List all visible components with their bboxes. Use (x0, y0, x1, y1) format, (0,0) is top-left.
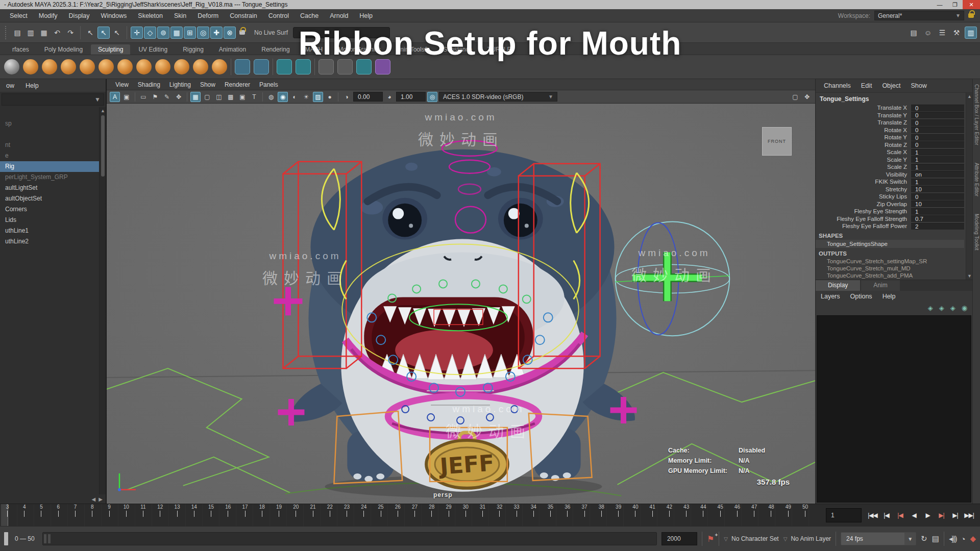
menubar-item[interactable]: Help (354, 12, 378, 19)
timeline-tick[interactable]: 19 (271, 504, 288, 517)
layer-editor-menu-item[interactable]: Help (883, 293, 896, 300)
timeline-tick[interactable]: 40 (627, 504, 644, 517)
pencil-icon[interactable]: ✎ (162, 92, 172, 102)
shelf-tab[interactable]: Rendering (254, 44, 297, 55)
timeline-tick[interactable]: 5 (33, 504, 50, 517)
play-forwards-button[interactable]: ▶ (921, 507, 935, 523)
attribute-value-field[interactable]: 1 (911, 179, 964, 185)
outliner-item[interactable]: uthLine2 (0, 236, 106, 247)
snap-grid-icon[interactable]: ✛ (131, 27, 143, 39)
timeline-tick[interactable]: 15 (203, 504, 220, 517)
snap-curve-icon[interactable]: ◇ (144, 27, 156, 39)
attribute-value-field[interactable]: 10 (911, 186, 964, 192)
resolution-gate-icon[interactable]: ◫ (214, 92, 224, 102)
relax-brush-icon[interactable] (61, 59, 76, 74)
flatten-brush-icon[interactable] (117, 59, 133, 74)
timeline-tick[interactable]: 31 (474, 504, 492, 517)
foamy-brush-icon[interactable] (136, 59, 152, 74)
outliner-scrollbar[interactable]: ▲ (99, 107, 106, 494)
outliner-item[interactable]: Rig (0, 161, 106, 172)
shelf-tab[interactable]: Sculpting (91, 44, 130, 55)
snap-view-plane-icon[interactable]: ⊞ (184, 27, 196, 39)
attribute-value-field[interactable]: 0 (911, 127, 964, 133)
outliner-nav-arrows[interactable]: ◀▶ (0, 494, 106, 504)
attribute-value-field[interactable]: 1 (911, 149, 964, 156)
attribute-value-field[interactable]: 0 (911, 134, 964, 141)
timeline-tick[interactable]: 35 (542, 504, 559, 517)
pinch-brush-icon[interactable] (99, 59, 114, 74)
sculpt-brush-icon[interactable] (23, 59, 38, 74)
grab-brush-icon[interactable] (80, 59, 95, 74)
minimize-button[interactable]: — (932, 0, 947, 9)
timeline-tick[interactable]: 47 (746, 504, 763, 517)
step-back-key-button[interactable]: |◀ (893, 507, 907, 523)
outliner-item[interactable]: uthLine1 (0, 226, 106, 236)
channelbox-menu-item[interactable]: Object (877, 82, 905, 89)
layer-options-icon[interactable]: ◉ (962, 304, 967, 312)
wireframe-icon[interactable]: ◍ (266, 92, 276, 102)
shelf-tab[interactable]: rfaces (5, 44, 36, 55)
timeline-tick[interactable]: 34 (525, 504, 542, 517)
xray-icon[interactable]: ▨ (313, 92, 323, 102)
layer-editor-tab[interactable]: Anim (861, 280, 899, 291)
channelbox-menu-item[interactable]: Edit (856, 82, 877, 89)
attribute-value-field[interactable]: on (911, 171, 964, 178)
channelbox-scrollbar[interactable]: ▲ ▼ (966, 93, 972, 280)
outliner-item[interactable]: e (0, 151, 106, 161)
maximize-button[interactable]: ❐ (947, 0, 963, 9)
open-scene-icon[interactable]: ▥ (24, 27, 37, 39)
output-node-item[interactable]: TongueCurve_Stretch_add_PMA (816, 272, 972, 279)
workspace-lock-icon[interactable] (968, 13, 974, 18)
step-back-frame-button[interactable]: |◀ (879, 507, 893, 523)
timeline-tick[interactable]: 21 (304, 504, 322, 517)
timeline-tick[interactable]: 28 (423, 504, 440, 517)
viewport-panel[interactable]: ViewShadingLightingShowRendererPanels A … (106, 79, 815, 504)
exposure-field[interactable]: 0.00 (353, 92, 383, 102)
close-button[interactable]: ✕ (963, 0, 980, 9)
snap-projected-center-icon[interactable]: ▦ (170, 27, 183, 39)
smooth-brush-icon[interactable] (42, 59, 57, 74)
new-scene-icon[interactable]: ▤ (11, 27, 23, 39)
timeline-tick[interactable]: 29 (440, 504, 457, 517)
toolbar-grip[interactable] (5, 26, 8, 39)
outliner-menu-item[interactable]: Help (26, 82, 39, 89)
repeat-brush-icon[interactable] (174, 59, 189, 74)
gate-mask-icon[interactable]: ▩ (226, 92, 236, 102)
select-hierarchy-icon[interactable]: ↖ (84, 27, 96, 39)
fps-select[interactable]: 24 fps ▼ (841, 532, 916, 545)
timeline-tick[interactable]: 22 (321, 504, 338, 517)
viewport-menu-item[interactable]: Renderer (220, 81, 255, 88)
timeline-tick[interactable]: 23 (338, 504, 356, 517)
layer-editor-menu-item[interactable]: Layers (821, 293, 840, 300)
snap-together-icon[interactable]: ✚ (210, 27, 223, 39)
timeline-tick[interactable]: 18 (253, 504, 271, 517)
selected-node-name[interactable]: Tongue_Settings (816, 93, 972, 104)
timeline-tick[interactable]: 10 (117, 504, 135, 517)
view-transform-icon[interactable]: ◎ (427, 92, 437, 102)
animation-preferences-icon[interactable]: ▤ (932, 534, 939, 543)
output-node-item[interactable]: TongueCurve_Stretch_mult_MD (816, 265, 972, 272)
timeline-tick[interactable]: 26 (389, 504, 406, 517)
timeline-tick[interactable]: 49 (779, 504, 797, 517)
menubar-item[interactable]: Deform (192, 12, 224, 19)
menubar-item[interactable]: Constrain (224, 12, 263, 19)
attribute-value-field[interactable]: 0 (911, 119, 964, 126)
timeline-tick[interactable]: 24 (355, 504, 373, 517)
attribute-value-field[interactable]: 10 (911, 201, 964, 207)
character-set-key-icon[interactable]: ⚑+ (707, 534, 714, 544)
viewport-menu-item[interactable]: Shading (133, 81, 165, 88)
shelf-tab[interactable]: Poly Modeling (37, 44, 90, 55)
transform-icon[interactable]: ✥ (174, 92, 184, 102)
timeline-tick[interactable]: 8 (84, 504, 101, 517)
menubar-item[interactable]: Skeleton (132, 12, 168, 19)
scroll-up-icon[interactable]: ▲ (967, 94, 972, 99)
select-component-icon[interactable]: ↖ (111, 27, 123, 39)
modeling-toolkit-icon[interactable]: ▤ (908, 27, 920, 39)
attribute-value-field[interactable]: 0 (911, 105, 964, 111)
range-slider-track[interactable] (42, 532, 657, 545)
tool-settings-icon[interactable]: ⚒ (950, 27, 963, 39)
sphere-tool-icon[interactable] (4, 59, 19, 74)
timeline-tick[interactable]: 12 (152, 504, 169, 517)
shelf-tab[interactable]: Animation (212, 44, 253, 55)
animation-end-field[interactable]: 2000 (662, 532, 697, 545)
